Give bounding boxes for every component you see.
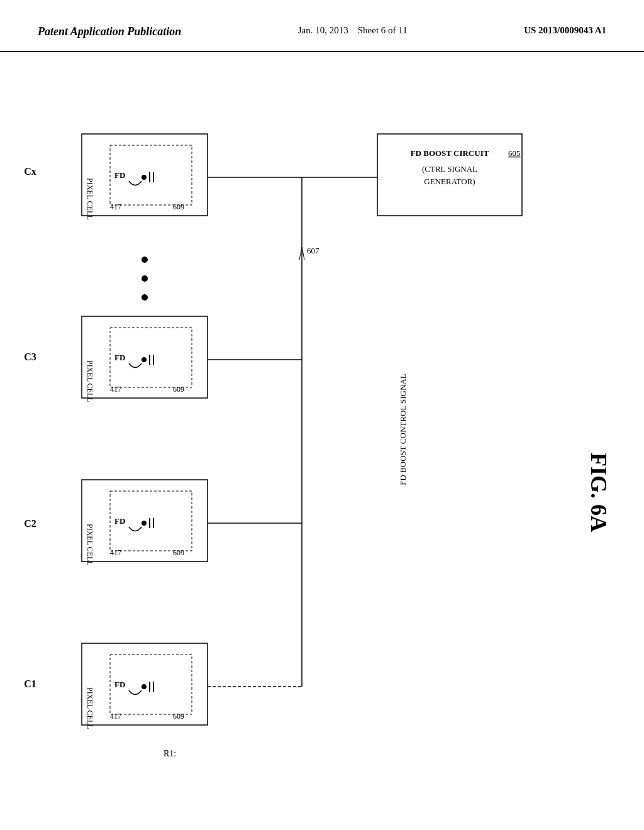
num-609-c3: 609 — [173, 385, 184, 394]
num-417-c2: 417 — [110, 548, 121, 557]
col-c3-label: C3 — [24, 351, 36, 362]
pixel-cell-cx-box — [82, 134, 208, 216]
fd-cx-dot — [142, 175, 147, 180]
publication-title: Patent Application Publication — [38, 25, 181, 38]
col-c2-label: C2 — [24, 518, 36, 529]
transistor-c2 — [129, 527, 142, 531]
col-cx-label: Cx — [24, 166, 36, 177]
publication-number: US 2013/0009043 A1 — [524, 25, 606, 36]
dot1 — [142, 257, 148, 263]
r1-label: R1: — [164, 749, 176, 758]
num-609-c2: 609 — [173, 548, 184, 557]
pixel-cell-c2-box — [82, 480, 208, 562]
pixel-cell-c3-label: PIXEL CELL — [86, 360, 94, 402]
diagram-area: Cx C3 C2 C1 PIXEL CELL FD 417 609 — [0, 52, 644, 819]
circuit-diagram: Cx C3 C2 C1 PIXEL CELL FD 417 609 — [0, 52, 644, 819]
fig-label: FIG. 6A — [586, 453, 611, 532]
dot2 — [142, 275, 148, 282]
publication-date: Jan. 10, 2013 — [298, 25, 348, 35]
num-417-c1: 417 — [110, 712, 121, 721]
dot3 — [142, 294, 148, 301]
fd-c3-label: FD — [114, 353, 125, 362]
num-609-cx: 609 — [173, 202, 184, 211]
publication-info: Jan. 10, 2013 Sheet 6 of 11 — [298, 25, 408, 36]
col-c1-label: C1 — [24, 678, 36, 689]
num-417-c3: 417 — [110, 385, 121, 394]
fd-c3-dot — [142, 357, 147, 362]
boost-circuit-box — [377, 134, 522, 216]
fd-c2-dot — [142, 521, 147, 526]
num-609-c1: 609 — [173, 712, 184, 721]
fd-c2-label: FD — [114, 516, 125, 526]
boost-circuit-label1: FD BOOST CIRCUIT — [411, 148, 489, 158]
page-header: Patent Application Publication Jan. 10, … — [0, 0, 644, 52]
boost-circuit-label2: (CTRL SIGNAL — [422, 164, 477, 174]
pixel-cell-cx-label: PIXEL CELL — [86, 178, 94, 220]
transistor-c3 — [129, 363, 142, 368]
boost-circuit-num: 605 — [508, 148, 521, 158]
pixel-cell-c1-box — [82, 643, 208, 725]
pixel-cell-c1-label: PIXEL CELL — [86, 687, 94, 729]
fd-cx-label: FD — [114, 170, 125, 180]
pixel-cell-c3-box — [82, 316, 208, 398]
fd-c1-label: FD — [114, 680, 125, 689]
boost-circuit-label3: GENERATOR) — [424, 177, 475, 186]
transistor-cx — [129, 181, 142, 185]
transistor-c1 — [129, 690, 142, 695]
num-417-cx: 417 — [110, 202, 121, 211]
num-607: 607 — [307, 246, 319, 255]
pixel-cell-c2-label: PIXEL CELL — [86, 524, 94, 566]
publication-sheet: Sheet 6 of 11 — [358, 25, 408, 35]
fd-c1-dot — [142, 684, 147, 689]
fd-boost-control-signal-label: FD BOOST CONTROL SIGNAL — [398, 374, 408, 485]
